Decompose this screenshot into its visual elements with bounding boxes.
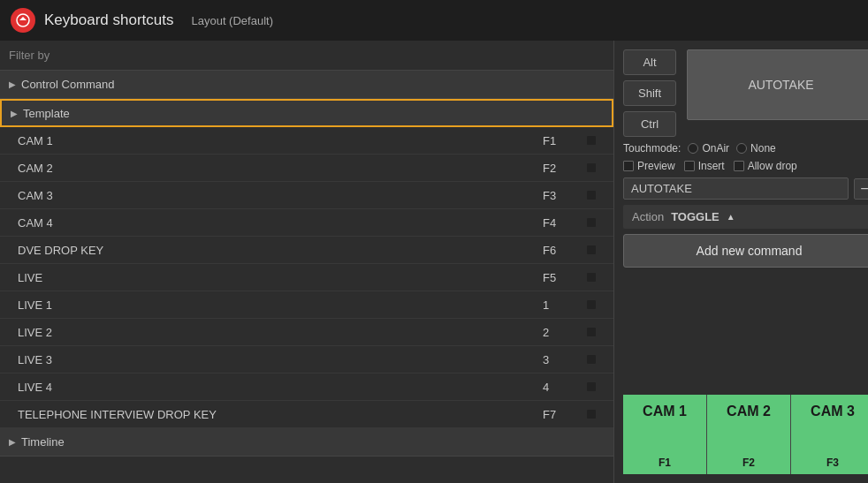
autotake-dropdown[interactable]: AUTOTAKE: [623, 177, 849, 200]
shortcut-dot: [587, 191, 596, 200]
key-col: Alt Shift Ctrl: [623, 49, 676, 137]
shortcut-key: 2: [543, 326, 578, 339]
shortcut-dot: [587, 245, 596, 254]
shortcut-dot: [587, 355, 596, 364]
thumb-label: CAM 2: [727, 404, 771, 419]
action-arrow-icon[interactable]: ▲: [727, 212, 735, 222]
thumb-key: F3: [826, 457, 839, 469]
arrow-icon: ▶: [9, 79, 16, 89]
insert-label: Insert: [698, 160, 725, 172]
thumb-key: F1: [659, 457, 671, 469]
action-value: TOGGLE: [671, 210, 720, 223]
touchmode-row: Touchmode: OnAir None: [623, 142, 868, 155]
arrow-icon: ▶: [11, 109, 18, 118]
shortcuts-list: ▶ Control Command ▶ Template CAM 1 F1 CA…: [0, 71, 613, 483]
header: Keyboard shortcuts Layout (Default): [0, 0, 868, 41]
preview-checkbox[interactable]: Preview: [623, 160, 675, 172]
dropdown-row: AUTOTAKE −: [623, 177, 868, 200]
shortcut-name: CAM 1: [18, 134, 543, 147]
on-air-radio-dot: [688, 143, 698, 154]
add-command-button[interactable]: Add new command: [623, 234, 868, 268]
shortcut-row[interactable]: CAM 2 F2: [0, 155, 613, 182]
group-template[interactable]: ▶ Template: [0, 99, 613, 127]
shortcut-key: F4: [543, 216, 578, 230]
thumbnail-cam1[interactable]: CAM 1 F1: [623, 395, 707, 474]
group-label: Timeline: [21, 435, 65, 449]
group-timeline[interactable]: ▶ Timeline: [0, 428, 613, 457]
shortcut-dot: [587, 163, 596, 172]
thumb-label: CAM 3: [811, 404, 855, 419]
allow-drop-label: Allow drop: [748, 160, 797, 172]
shortcut-name: LIVE: [18, 271, 543, 284]
preview-chk-box: [623, 161, 634, 171]
insert-checkbox[interactable]: Insert: [684, 160, 725, 172]
allow-drop-chk-box: [734, 161, 744, 171]
main-area: Filter by ▶ Control Command ▶ Template C…: [0, 41, 868, 483]
shortcut-row[interactable]: DVE DROP KEY F6: [0, 237, 613, 264]
checkbox-row: Preview Insert Allow drop: [623, 160, 868, 172]
autotake-preview: AUTOTAKE: [687, 49, 868, 120]
thumbnail-bar: CAM 1 F1 CAM 2 F2 CAM 3 F3: [623, 395, 868, 474]
shortcut-key: F2: [543, 162, 578, 175]
touchmode-label: Touchmode:: [623, 142, 681, 155]
shortcut-key: 3: [543, 353, 578, 366]
shortcut-row[interactable]: LIVE 2 2: [0, 319, 613, 346]
shortcut-key: F3: [543, 189, 578, 202]
shortcut-row[interactable]: TELEPHONE INTERVIEW DROP KEY F7: [0, 401, 613, 428]
shortcut-row[interactable]: LIVE 3 3: [0, 346, 613, 374]
shortcut-name: DVE DROP KEY: [18, 244, 543, 257]
shortcut-row[interactable]: CAM 4 F4: [0, 209, 613, 237]
insert-chk-box: [684, 161, 695, 171]
none-radio[interactable]: None: [736, 142, 776, 155]
thumb-key: F2: [742, 457, 755, 469]
filter-bar: Filter by: [0, 41, 613, 71]
arrow-icon: ▶: [9, 437, 16, 447]
shortcut-row[interactable]: CAM 1 F1: [0, 127, 613, 155]
action-row: Action TOGGLE ▲: [623, 205, 868, 229]
shortcut-dot: [587, 273, 596, 282]
shortcut-dot: [587, 410, 596, 419]
thumbnail-cam3[interactable]: CAM 3 F3: [791, 395, 868, 474]
action-label: Action: [632, 210, 664, 223]
shortcut-name: LIVE 4: [18, 381, 543, 394]
group-control-command[interactable]: ▶ Control Command: [0, 71, 613, 99]
layout-label: Layout (Default): [191, 14, 273, 27]
shortcut-dot: [587, 300, 596, 309]
shortcut-name: LIVE 3: [18, 353, 543, 366]
shortcut-name: CAM 2: [18, 162, 543, 175]
shortcut-row[interactable]: CAM 3 F3: [0, 182, 613, 209]
group-label: Control Command: [21, 78, 115, 91]
left-panel: Filter by ▶ Control Command ▶ Template C…: [0, 41, 614, 483]
shortcut-key: 1: [543, 298, 578, 312]
right-panel: Alt Shift Ctrl AUTOTAKE Touchmode: OnAir…: [614, 41, 868, 483]
minus-button[interactable]: −: [854, 178, 868, 200]
shortcut-key: F1: [543, 134, 578, 147]
shortcut-name: CAM 3: [18, 189, 543, 202]
allow-drop-checkbox[interactable]: Allow drop: [734, 160, 797, 172]
filter-label: Filter by: [9, 49, 49, 62]
shortcut-key: F7: [543, 408, 578, 421]
shortcut-name: CAM 4: [18, 216, 543, 230]
shortcut-dot: [587, 218, 596, 227]
shortcut-row[interactable]: LIVE 1 1: [0, 291, 613, 319]
on-air-label: OnAir: [702, 142, 729, 155]
shortcut-key: F6: [543, 244, 578, 257]
ctrl-button[interactable]: Ctrl: [623, 111, 676, 137]
app-logo: [11, 8, 35, 33]
thumb-label: CAM 1: [643, 404, 687, 419]
thumbnail-cam2[interactable]: CAM 2 F2: [707, 395, 791, 474]
none-label: None: [750, 142, 776, 155]
shortcut-name: LIVE 1: [18, 298, 543, 312]
alt-button[interactable]: Alt: [623, 49, 676, 75]
shortcut-key: 4: [543, 381, 578, 394]
shortcut-row[interactable]: LIVE F5: [0, 264, 613, 291]
shortcut-dot: [587, 136, 596, 145]
shift-button[interactable]: Shift: [623, 80, 676, 106]
none-radio-dot: [736, 143, 747, 154]
on-air-radio[interactable]: OnAir: [688, 142, 729, 155]
group-label: Template: [23, 107, 70, 120]
shortcut-row[interactable]: LIVE 4 4: [0, 374, 613, 401]
preview-label: Preview: [637, 160, 675, 172]
key-area: Alt Shift Ctrl AUTOTAKE: [623, 49, 868, 137]
shortcut-dot: [587, 328, 596, 336]
